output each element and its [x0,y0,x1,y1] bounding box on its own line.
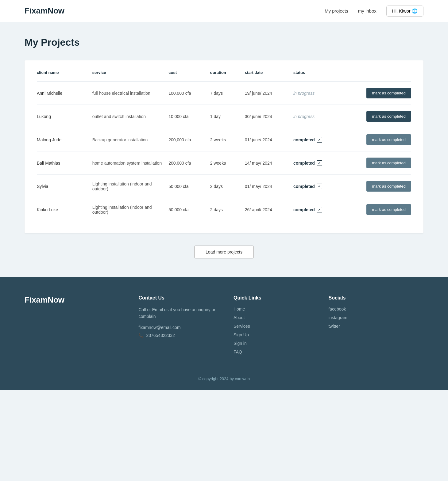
socials-list: facebookinstagramtwitter [328,306,423,329]
load-more-button[interactable]: Load more projects [194,246,254,258]
social-item: instagram [328,315,423,320]
cell-cost: 50,000 cfa [168,198,210,221]
mark-as-completed-button[interactable]: mark as completed [366,111,411,122]
check-icon: ✓ [317,184,322,189]
cell-status: completed ✓ [293,198,349,221]
header-logo: FixamNow [25,6,64,16]
col-header-startdate: start date [245,70,293,81]
header: FixamNow My projects my inbox Hi, Kiwor … [0,0,448,22]
cell-startdate: 14/ may/ 2024 [245,151,293,175]
table-row: SylviaLighting installation (indoor and … [37,175,411,198]
social-item: facebook [328,306,423,312]
projects-table-card: client name service cost duration start … [25,60,423,233]
check-icon: ✓ [317,207,322,212]
table-row: Lukongoutlet and switch installation10,0… [37,105,411,128]
quick-link[interactable]: Sign in [234,341,247,346]
quick-link[interactable]: Home [234,307,245,311]
quick-link-item: About [234,315,329,320]
cell-action: mark as completed [349,81,411,105]
header-nav: My projects my inbox Hi, Kiwor 🌐 [325,6,423,17]
cell-cost: 200,000 cfa [168,151,210,175]
status-completed: completed ✓ [293,137,349,143]
footer-quick-links: Quick Links HomeAboutServicesSign UpSign… [234,295,329,358]
footer-brand: FixamNow [25,295,138,358]
cell-service: Lighting installation (indoor and outdoo… [92,198,169,221]
cell-service: outlet and switch installation [92,105,169,128]
mark-as-completed-button[interactable]: mark as completed [366,181,411,192]
cell-client: Sylvia [37,175,92,198]
quick-link-item: FAQ [234,349,329,355]
mark-as-completed-button[interactable]: mark as completed [366,158,411,168]
quick-link[interactable]: FAQ [234,349,242,354]
social-link[interactable]: facebook [328,307,346,311]
cell-client: Anni Michelle [37,81,92,105]
cell-duration: 1 day [210,105,245,128]
footer-socials-heading: Socials [328,295,423,301]
cell-startdate: 01/ june/ 2024 [245,128,293,151]
check-icon: ✓ [317,137,322,143]
cell-service: Lighting installation (indoor and outdoo… [92,175,169,198]
mark-as-completed-button[interactable]: mark as completed [366,88,411,98]
cell-duration: 7 days [210,81,245,105]
cell-client: Lukong [37,105,92,128]
cell-cost: 200,000 cfa [168,128,210,151]
col-header-status: status [293,70,349,81]
load-more-container: Load more projects [25,246,423,258]
quick-link-item: Sign in [234,341,329,346]
social-item: twitter [328,323,423,329]
cell-status: completed ✓ [293,175,349,198]
table-row: Kinko LukeLighting installation (indoor … [37,198,411,221]
cell-client: Kinko Luke [37,198,92,221]
footer-socials: Socials facebookinstagramtwitter [328,295,423,358]
table-row: Malong JudeBackup generator installation… [37,128,411,151]
col-header-client: client name [37,70,92,81]
phone-icon: 📞 [138,333,144,338]
cell-cost: 100,000 cfa [168,81,210,105]
cell-client: Bali Mathias [37,151,92,175]
cell-status: in progress [293,105,349,128]
mark-as-completed-button[interactable]: mark as completed [366,134,411,145]
quick-link[interactable]: Services [234,324,250,329]
status-completed: completed ✓ [293,160,349,166]
cell-duration: 2 weeks [210,151,245,175]
main-content: My Projects client name service cost dur… [0,22,448,277]
cell-status: in progress [293,81,349,105]
status-inprogress: in progress [293,114,315,119]
footer-quick-links-heading: Quick Links [234,295,329,301]
social-link[interactable]: twitter [328,324,340,329]
status-completed: completed ✓ [293,207,349,212]
page-title: My Projects [25,37,423,48]
cell-action: mark as completed [349,105,411,128]
cell-cost: 50,000 cfa [168,175,210,198]
projects-table: client name service cost duration start … [37,70,411,221]
social-link[interactable]: instagram [328,315,347,320]
user-menu-button[interactable]: Hi, Kiwor 🌐 [386,6,423,17]
cell-service: home automation system installation [92,151,169,175]
cell-service: Backup generator installation [92,128,169,151]
phone-number: 237654322332 [146,333,175,338]
quick-link[interactable]: About [234,315,245,320]
cell-action: mark as completed [349,151,411,175]
col-header-service: service [92,70,169,81]
footer-contact: Contact Us Call or Email us if you have … [138,295,234,358]
cell-duration: 2 weeks [210,128,245,151]
quick-link-item: Sign Up [234,332,329,338]
quick-link-item: Services [234,323,329,329]
cell-startdate: 01/ may/ 2024 [245,175,293,198]
footer-contact-email: fixamnow@email.com [138,325,234,330]
cell-action: mark as completed [349,198,411,221]
nav-my-inbox[interactable]: my inbox [358,8,377,13]
cell-client: Malong Jude [37,128,92,151]
cell-status: completed ✓ [293,151,349,175]
cell-service: full house electrical installation [92,81,169,105]
status-completed: completed ✓ [293,184,349,189]
mark-as-completed-button[interactable]: mark as completed [366,204,411,215]
cell-action: mark as completed [349,128,411,151]
nav-my-projects[interactable]: My projects [325,8,348,13]
status-inprogress: in progress [293,91,315,96]
table-header-row: client name service cost duration start … [37,70,411,81]
footer: FixamNow Contact Us Call or Email us if … [0,277,448,390]
table-row: Bali Mathiashome automation system insta… [37,151,411,175]
col-header-action [349,70,411,81]
quick-link[interactable]: Sign Up [234,332,249,337]
